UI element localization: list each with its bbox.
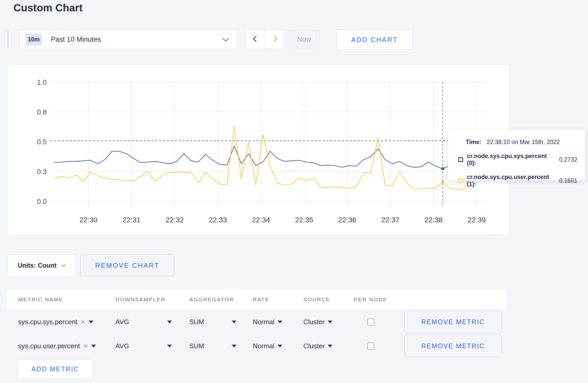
y-axis-tick-label: 0.8 [37, 108, 47, 116]
caret-down-icon [232, 345, 236, 347]
metric-name: sys.cpu.user.percent [18, 342, 80, 350]
remove-metric-button[interactable]: REMOVE METRIC [404, 310, 502, 333]
y-axis-tick-label: 0.0 [37, 198, 47, 205]
x-axis-tick-label: 22:30 [79, 216, 97, 224]
metric-row: sys.cpu.user.percent×AVGSUMNormalCluster… [8, 334, 506, 358]
time-back-button[interactable] [246, 30, 265, 49]
units-dropdown[interactable]: Units: Count [8, 254, 75, 276]
rate-select-value: Normal [253, 318, 275, 326]
source-select[interactable]: Cluster [303, 318, 354, 326]
hover-point-dot [441, 181, 444, 184]
time-range-dropdown[interactable]: 10m Past 10 Minutes [19, 30, 237, 49]
units-label: Units: Count [18, 262, 57, 269]
time-nav-group [245, 30, 285, 49]
source-select-value: Cluster [303, 318, 325, 326]
metric-name-select[interactable]: sys.cpu.user.percent× [18, 342, 115, 350]
rate-select[interactable]: Normal [253, 318, 303, 326]
column-header: PER NODE [354, 296, 404, 303]
caret-down-icon [328, 345, 332, 347]
series-legend-swatch-icon [458, 178, 463, 183]
y-axis-tick-label: 0.5 [37, 138, 47, 146]
column-header: RATE [253, 296, 303, 303]
hover-point-dot [441, 167, 444, 170]
downsampler-select-value: AVG [115, 342, 129, 350]
caret-down-icon [167, 321, 172, 323]
per-node-checkbox[interactable] [367, 343, 374, 350]
downsampler-select-value: AVG [115, 318, 129, 326]
page-title: Custom Chart [13, 2, 83, 14]
tooltip-series-label: cr.node.sys.cpu.user.percent (1): [467, 174, 555, 188]
chart-tooltip: Time: 22:38:10 on Mar 15th, 2022 cr.node… [448, 130, 585, 181]
tooltip-time-value: 22:38:10 on Mar 15th, 2022 [487, 139, 560, 146]
toolbar-divider [8, 31, 8, 49]
x-axis-tick-label: 22:35 [295, 216, 313, 224]
remove-metric-button[interactable]: REMOVE METRIC [404, 335, 502, 357]
source-select[interactable]: Cluster [303, 342, 354, 350]
aggregator-select-value: SUM [189, 342, 204, 350]
metrics-table: METRIC NAMEDOWNSAMPLERAGGREGATORRATESOUR… [8, 290, 506, 358]
x-axis-tick-label: 22:32 [166, 216, 184, 224]
caret-down-icon [167, 345, 172, 347]
x-axis-tick-label: 22:31 [122, 216, 141, 224]
tooltip-series-value: 0.2732 [559, 156, 577, 163]
x-axis-tick-label: 22:33 [209, 216, 227, 224]
caret-down-icon [278, 345, 282, 347]
y-axis-tick-label: 0.3 [37, 168, 47, 176]
chart-card: 0.00.30.50.81.022:3022:3122:3222:3322:34… [8, 65, 509, 235]
time-range-label: Past 10 Minutes [51, 36, 101, 44]
time-forward-button[interactable] [265, 30, 284, 49]
per-node-checkbox[interactable] [367, 318, 374, 325]
caret-down-icon [91, 345, 96, 347]
chevron-left-icon [253, 36, 259, 42]
aggregator-select[interactable]: SUM [189, 318, 236, 326]
column-header: DOWNSAMPLER [115, 296, 189, 303]
chevron-down-icon [222, 35, 229, 41]
downsampler-select[interactable]: AVG [115, 342, 172, 350]
y-axis-tick-label: 1.0 [37, 79, 47, 86]
downsampler-select[interactable]: AVG [115, 318, 172, 326]
source-select-value: Cluster [303, 342, 325, 350]
x-axis-tick-label: 22:34 [252, 216, 270, 224]
rate-select[interactable]: Normal [253, 342, 303, 350]
remove-chart-button[interactable]: REMOVE CHART [80, 254, 174, 276]
x-axis-tick-label: 22:39 [468, 216, 486, 224]
tooltip-series-value: 0.1601 [559, 177, 577, 184]
add-metric-button[interactable]: ADD METRIC [18, 359, 93, 379]
metric-name-select[interactable]: sys.cpu.sys.percent× [18, 318, 115, 326]
rate-select-value: Normal [253, 342, 275, 350]
chevron-right-icon [271, 36, 277, 42]
aggregator-select[interactable]: SUM [189, 342, 236, 350]
add-chart-button[interactable]: ADD CHART [336, 30, 413, 50]
tooltip-time-label: Time: [466, 139, 481, 146]
tooltip-series-label: cr.node.sys.cpu.sys.percent (0): [467, 153, 555, 167]
aggregator-select-value: SUM [189, 318, 204, 326]
column-header: SOURCE [303, 296, 354, 303]
custom-chart-plot[interactable]: 0.00.30.50.81.022:3022:3122:3222:3322:34… [8, 65, 509, 235]
tooltip-series-row: cr.node.sys.cpu.sys.percent (0):0.2732 [458, 153, 577, 167]
column-header: AGGREGATOR [189, 296, 253, 303]
clear-metric-icon[interactable]: × [81, 318, 85, 326]
metric-row: sys.cpu.sys.percent×AVGSUMNormalClusterR… [8, 310, 506, 334]
chevron-down-icon [62, 263, 66, 267]
caret-down-icon [278, 321, 282, 323]
caret-down-icon [328, 321, 332, 323]
metric-name: sys.cpu.sys.percent [18, 318, 77, 326]
column-header: METRIC NAME [18, 296, 115, 303]
time-range-badge: 10m [25, 34, 42, 46]
metrics-table-header: METRIC NAMEDOWNSAMPLERAGGREGATORRATESOUR… [8, 290, 506, 309]
caret-down-icon [232, 321, 236, 323]
series-legend-swatch-icon [458, 157, 463, 162]
x-axis-tick-label: 22:36 [338, 216, 356, 224]
now-button[interactable]: Now [289, 30, 319, 49]
series-line [54, 126, 486, 189]
x-axis-tick-label: 22:38 [424, 216, 443, 224]
x-axis-tick-label: 22:37 [381, 216, 400, 224]
clear-metric-icon[interactable]: × [83, 342, 88, 350]
caret-down-icon [89, 321, 93, 323]
tooltip-series-row: cr.node.sys.cpu.user.percent (1):0.1601 [458, 174, 577, 188]
